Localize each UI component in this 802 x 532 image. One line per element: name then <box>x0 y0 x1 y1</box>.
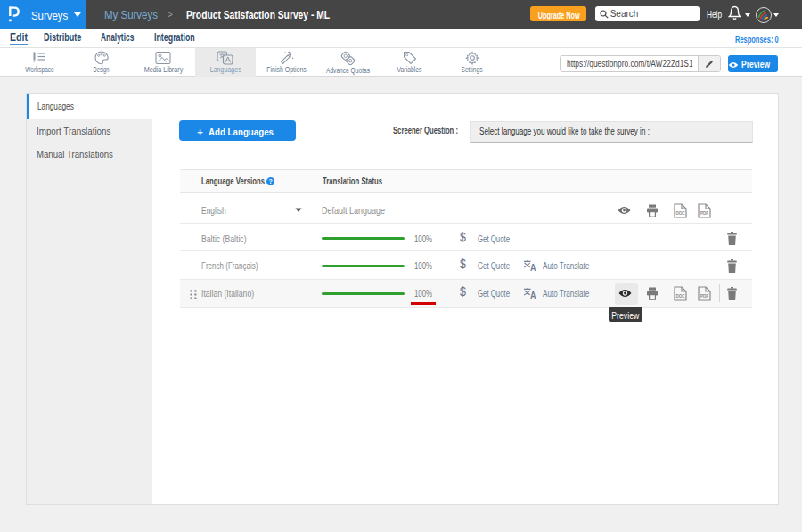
svg-text:PDF: PDF <box>700 293 708 298</box>
svg-text:?: ? <box>268 178 272 185</box>
svg-text:DOC: DOC <box>675 293 685 298</box>
svg-text:PDF: PDF <box>700 210 708 215</box>
svg-text:DOC: DOC <box>675 210 685 215</box>
svg-text:A: A <box>530 291 536 299</box>
svg-text:A: A <box>530 263 536 272</box>
